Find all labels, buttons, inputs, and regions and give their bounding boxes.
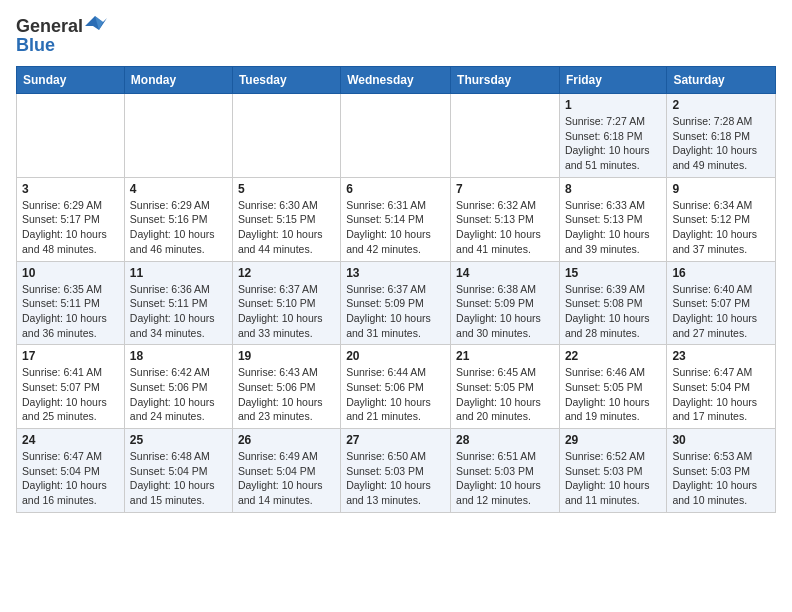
day-number: 18 [130, 349, 227, 363]
calendar-cell: 8Sunrise: 6:33 AM Sunset: 5:13 PM Daylig… [559, 177, 666, 261]
calendar-cell: 14Sunrise: 6:38 AM Sunset: 5:09 PM Dayli… [451, 261, 560, 345]
day-number: 8 [565, 182, 661, 196]
calendar-cell [124, 94, 232, 178]
day-info: Sunrise: 6:41 AM Sunset: 5:07 PM Dayligh… [22, 365, 119, 424]
calendar-cell: 18Sunrise: 6:42 AM Sunset: 5:06 PM Dayli… [124, 345, 232, 429]
calendar-cell [451, 94, 560, 178]
day-number: 13 [346, 266, 445, 280]
calendar-cell: 27Sunrise: 6:50 AM Sunset: 5:03 PM Dayli… [341, 429, 451, 513]
calendar-cell: 3Sunrise: 6:29 AM Sunset: 5:17 PM Daylig… [17, 177, 125, 261]
day-info: Sunrise: 6:47 AM Sunset: 5:04 PM Dayligh… [22, 449, 119, 508]
calendar-cell: 9Sunrise: 6:34 AM Sunset: 5:12 PM Daylig… [667, 177, 776, 261]
day-number: 1 [565, 98, 661, 112]
day-of-week-header: Saturday [667, 67, 776, 94]
calendar-table: SundayMondayTuesdayWednesdayThursdayFrid… [16, 66, 776, 513]
day-info: Sunrise: 6:40 AM Sunset: 5:07 PM Dayligh… [672, 282, 770, 341]
calendar-cell [17, 94, 125, 178]
day-number: 19 [238, 349, 335, 363]
day-info: Sunrise: 6:46 AM Sunset: 5:05 PM Dayligh… [565, 365, 661, 424]
day-number: 5 [238, 182, 335, 196]
day-info: Sunrise: 6:43 AM Sunset: 5:06 PM Dayligh… [238, 365, 335, 424]
day-info: Sunrise: 6:42 AM Sunset: 5:06 PM Dayligh… [130, 365, 227, 424]
calendar-cell: 20Sunrise: 6:44 AM Sunset: 5:06 PM Dayli… [341, 345, 451, 429]
day-number: 2 [672, 98, 770, 112]
calendar-cell: 15Sunrise: 6:39 AM Sunset: 5:08 PM Dayli… [559, 261, 666, 345]
day-of-week-header: Monday [124, 67, 232, 94]
day-info: Sunrise: 6:49 AM Sunset: 5:04 PM Dayligh… [238, 449, 335, 508]
day-info: Sunrise: 6:35 AM Sunset: 5:11 PM Dayligh… [22, 282, 119, 341]
calendar-header: SundayMondayTuesdayWednesdayThursdayFrid… [17, 67, 776, 94]
logo-general-text: General [16, 16, 83, 37]
day-info: Sunrise: 6:30 AM Sunset: 5:15 PM Dayligh… [238, 198, 335, 257]
day-number: 10 [22, 266, 119, 280]
day-info: Sunrise: 6:47 AM Sunset: 5:04 PM Dayligh… [672, 365, 770, 424]
day-of-week-header: Tuesday [232, 67, 340, 94]
day-number: 22 [565, 349, 661, 363]
calendar-week-row: 3Sunrise: 6:29 AM Sunset: 5:17 PM Daylig… [17, 177, 776, 261]
day-number: 30 [672, 433, 770, 447]
day-number: 25 [130, 433, 227, 447]
day-number: 4 [130, 182, 227, 196]
calendar-cell: 19Sunrise: 6:43 AM Sunset: 5:06 PM Dayli… [232, 345, 340, 429]
calendar-week-row: 1Sunrise: 7:27 AM Sunset: 6:18 PM Daylig… [17, 94, 776, 178]
day-number: 11 [130, 266, 227, 280]
calendar-cell: 23Sunrise: 6:47 AM Sunset: 5:04 PM Dayli… [667, 345, 776, 429]
day-info: Sunrise: 6:34 AM Sunset: 5:12 PM Dayligh… [672, 198, 770, 257]
calendar-cell: 4Sunrise: 6:29 AM Sunset: 5:16 PM Daylig… [124, 177, 232, 261]
calendar-body: 1Sunrise: 7:27 AM Sunset: 6:18 PM Daylig… [17, 94, 776, 513]
day-number: 6 [346, 182, 445, 196]
calendar-week-row: 17Sunrise: 6:41 AM Sunset: 5:07 PM Dayli… [17, 345, 776, 429]
calendar-week-row: 10Sunrise: 6:35 AM Sunset: 5:11 PM Dayli… [17, 261, 776, 345]
calendar-cell [232, 94, 340, 178]
day-info: Sunrise: 6:31 AM Sunset: 5:14 PM Dayligh… [346, 198, 445, 257]
logo: General Blue [16, 16, 107, 56]
calendar-cell: 17Sunrise: 6:41 AM Sunset: 5:07 PM Dayli… [17, 345, 125, 429]
day-of-week-header: Wednesday [341, 67, 451, 94]
day-number: 28 [456, 433, 554, 447]
day-info: Sunrise: 6:37 AM Sunset: 5:09 PM Dayligh… [346, 282, 445, 341]
day-number: 17 [22, 349, 119, 363]
day-info: Sunrise: 6:48 AM Sunset: 5:04 PM Dayligh… [130, 449, 227, 508]
days-of-week-row: SundayMondayTuesdayWednesdayThursdayFrid… [17, 67, 776, 94]
logo-bird-icon [85, 16, 107, 34]
calendar-cell: 6Sunrise: 6:31 AM Sunset: 5:14 PM Daylig… [341, 177, 451, 261]
day-info: Sunrise: 6:44 AM Sunset: 5:06 PM Dayligh… [346, 365, 445, 424]
day-of-week-header: Friday [559, 67, 666, 94]
day-info: Sunrise: 6:33 AM Sunset: 5:13 PM Dayligh… [565, 198, 661, 257]
calendar-cell: 5Sunrise: 6:30 AM Sunset: 5:15 PM Daylig… [232, 177, 340, 261]
day-number: 26 [238, 433, 335, 447]
day-number: 12 [238, 266, 335, 280]
calendar-cell: 10Sunrise: 6:35 AM Sunset: 5:11 PM Dayli… [17, 261, 125, 345]
day-number: 29 [565, 433, 661, 447]
day-info: Sunrise: 6:37 AM Sunset: 5:10 PM Dayligh… [238, 282, 335, 341]
day-number: 24 [22, 433, 119, 447]
day-info: Sunrise: 7:27 AM Sunset: 6:18 PM Dayligh… [565, 114, 661, 173]
calendar-cell: 2Sunrise: 7:28 AM Sunset: 6:18 PM Daylig… [667, 94, 776, 178]
calendar-cell: 1Sunrise: 7:27 AM Sunset: 6:18 PM Daylig… [559, 94, 666, 178]
day-number: 3 [22, 182, 119, 196]
day-number: 15 [565, 266, 661, 280]
day-number: 21 [456, 349, 554, 363]
day-number: 16 [672, 266, 770, 280]
day-info: Sunrise: 6:32 AM Sunset: 5:13 PM Dayligh… [456, 198, 554, 257]
calendar-cell: 30Sunrise: 6:53 AM Sunset: 5:03 PM Dayli… [667, 429, 776, 513]
day-info: Sunrise: 6:39 AM Sunset: 5:08 PM Dayligh… [565, 282, 661, 341]
day-info: Sunrise: 6:51 AM Sunset: 5:03 PM Dayligh… [456, 449, 554, 508]
calendar-cell: 24Sunrise: 6:47 AM Sunset: 5:04 PM Dayli… [17, 429, 125, 513]
page-header: General Blue [16, 16, 776, 56]
day-number: 9 [672, 182, 770, 196]
day-info: Sunrise: 6:53 AM Sunset: 5:03 PM Dayligh… [672, 449, 770, 508]
day-number: 23 [672, 349, 770, 363]
calendar-cell: 29Sunrise: 6:52 AM Sunset: 5:03 PM Dayli… [559, 429, 666, 513]
day-info: Sunrise: 7:28 AM Sunset: 6:18 PM Dayligh… [672, 114, 770, 173]
day-info: Sunrise: 6:50 AM Sunset: 5:03 PM Dayligh… [346, 449, 445, 508]
day-info: Sunrise: 6:45 AM Sunset: 5:05 PM Dayligh… [456, 365, 554, 424]
calendar-cell: 26Sunrise: 6:49 AM Sunset: 5:04 PM Dayli… [232, 429, 340, 513]
calendar-cell: 28Sunrise: 6:51 AM Sunset: 5:03 PM Dayli… [451, 429, 560, 513]
day-number: 14 [456, 266, 554, 280]
day-of-week-header: Thursday [451, 67, 560, 94]
calendar-cell: 25Sunrise: 6:48 AM Sunset: 5:04 PM Dayli… [124, 429, 232, 513]
calendar-cell: 21Sunrise: 6:45 AM Sunset: 5:05 PM Dayli… [451, 345, 560, 429]
day-number: 7 [456, 182, 554, 196]
calendar-cell: 12Sunrise: 6:37 AM Sunset: 5:10 PM Dayli… [232, 261, 340, 345]
